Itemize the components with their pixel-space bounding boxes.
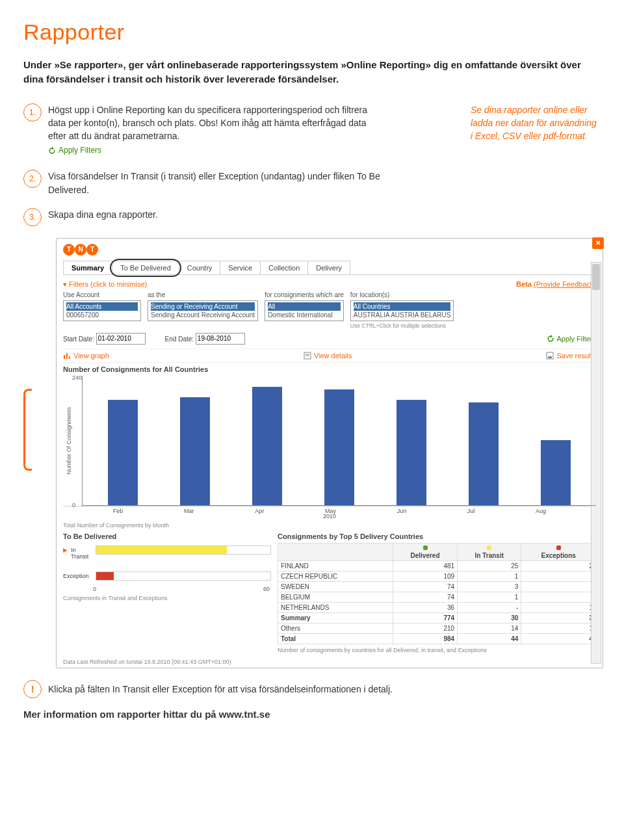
tab-bar: Summary To Be Delivered Country Service … bbox=[63, 261, 596, 275]
svg-rect-1 bbox=[66, 353, 68, 359]
warn-text: Klicka på fälten In Transit eller Except… bbox=[48, 684, 393, 694]
tab-to-be-delivered[interactable]: To Be Delivered bbox=[112, 261, 179, 274]
bar-chart-icon bbox=[63, 352, 71, 360]
svg-rect-0 bbox=[64, 355, 65, 359]
y-axis-label: Number Of Consignments bbox=[63, 407, 72, 475]
tab-delivery[interactable]: Delivery bbox=[307, 261, 350, 274]
beta-label: Beta bbox=[516, 280, 532, 288]
bar-Mar bbox=[180, 397, 210, 505]
top5-footer: Number of consignments by countries for … bbox=[278, 647, 596, 653]
intro-paragraph: Under »Se rapporter», ger vårt onlinebas… bbox=[23, 58, 595, 86]
close-button[interactable]: ✕ bbox=[592, 237, 604, 249]
top5-table: DeliveredIn TransitExceptions FINLAND481… bbox=[278, 543, 596, 644]
col-header: Delivered bbox=[393, 543, 457, 560]
for-cons-label: for consignments which are bbox=[265, 291, 344, 298]
type-listbox[interactable]: All Domestic International bbox=[265, 300, 344, 321]
filters-toggle[interactable]: ▾ Filters (click to minimise) bbox=[63, 280, 147, 289]
x-axis-label: 2010 bbox=[63, 513, 596, 519]
warn-badge: ! bbox=[23, 680, 42, 698]
save-icon bbox=[546, 352, 554, 360]
step-3-text: Skapa dina egna rapporter. bbox=[48, 208, 158, 221]
account-listbox[interactable]: All Accounts 000657200 bbox=[63, 300, 141, 321]
step-1-badge: 1. bbox=[23, 103, 42, 122]
table-row: SWEDEN743- bbox=[278, 581, 596, 592]
svg-rect-2 bbox=[69, 356, 70, 359]
chart-caption: Total Number of Consignments by Month bbox=[63, 522, 596, 529]
apply-filters-inline: Apply Filters bbox=[48, 145, 101, 156]
location-listbox[interactable]: All Countries AUSTRALIA AUSTRIA BELARUS bbox=[350, 300, 454, 321]
tab-country[interactable]: Country bbox=[179, 261, 221, 274]
use-account-label: Use Account bbox=[63, 291, 141, 298]
end-date-label: End Date: bbox=[165, 335, 194, 342]
table-row: BELGIUM741- bbox=[278, 592, 596, 602]
table-row: Others210141 bbox=[278, 623, 596, 633]
view-graph-link[interactable]: View graph bbox=[63, 352, 109, 360]
bar-Jul bbox=[469, 402, 499, 505]
chart-title: Number of Consignments for All Countries bbox=[63, 365, 596, 373]
app-window: ✕ TNT Summary To Be Delivered Country Se… bbox=[56, 238, 603, 668]
provide-feedback-link[interactable]: (Provide Feedback) bbox=[534, 280, 596, 288]
step-2-badge: 2. bbox=[23, 170, 42, 188]
svg-rect-7 bbox=[548, 356, 552, 358]
exception-bar[interactable]: Exception bbox=[63, 571, 271, 581]
tab-summary[interactable]: Summary bbox=[63, 261, 112, 274]
tnt-logo: TNT bbox=[63, 244, 596, 256]
for-loc-label: for location(s) bbox=[350, 291, 454, 298]
col-header: In Transit bbox=[458, 543, 521, 560]
col-header: Exceptions bbox=[521, 543, 596, 560]
table-row: Summary774303 bbox=[278, 612, 596, 623]
bar-Feb bbox=[108, 400, 138, 505]
page-title: Rapporter bbox=[23, 20, 601, 45]
start-date-label: Start Date: bbox=[63, 335, 94, 342]
tab-collection[interactable]: Collection bbox=[260, 261, 308, 274]
end-date-input[interactable] bbox=[196, 333, 245, 345]
table-row: Total984444 bbox=[278, 633, 596, 644]
tab-service[interactable]: Service bbox=[220, 261, 261, 274]
step-2-text: Visa försändelser In Transit (i transit)… bbox=[48, 170, 386, 196]
bar-chart: Number Of Consignments 240 0 bbox=[63, 376, 596, 506]
as-the-label: as the bbox=[148, 291, 258, 298]
table-row: NETHERLANDS36-1 bbox=[278, 602, 596, 612]
action-bar: View graph View details Save results bbox=[63, 348, 596, 363]
role-listbox[interactable]: Sending or Receiving Account Sending Acc… bbox=[148, 300, 258, 321]
table-row: CZECH REPUBLIC1091- bbox=[278, 571, 596, 581]
final-line: Mer information om rapporter hittar du p… bbox=[23, 709, 601, 720]
refreshed-footer: Data Last Refreshed on torstai 19.8.2010… bbox=[63, 659, 596, 665]
annotation-bracket bbox=[23, 389, 32, 471]
hbar-x-axis: 060 bbox=[93, 586, 270, 592]
apply-filters-button[interactable]: Apply Filters bbox=[547, 335, 596, 343]
ctrl-tip: Use CTRL+Click for multiple selections bbox=[350, 322, 454, 329]
bar-Aug bbox=[541, 440, 571, 505]
tbd-footer: Consignments in Transit and Exceptions bbox=[63, 595, 271, 601]
y-scale: 240 0 bbox=[72, 376, 82, 506]
view-details-link[interactable]: View details bbox=[304, 352, 352, 360]
start-date-input[interactable] bbox=[96, 333, 146, 345]
step-1-text: Högst upp i Online Reporting kan du spec… bbox=[48, 103, 386, 159]
step-3-badge: 3. bbox=[23, 208, 42, 226]
refresh-icon bbox=[48, 147, 56, 155]
filters-panel: Use Account All Accounts 000657200 as th… bbox=[63, 291, 596, 329]
refresh-icon bbox=[547, 335, 554, 343]
bar-May bbox=[324, 389, 354, 505]
in-transit-bar[interactable]: ▶In Transit bbox=[63, 545, 271, 555]
bar-Jun bbox=[396, 400, 426, 505]
tbd-title: To Be Delivered bbox=[63, 532, 271, 540]
page-icon bbox=[304, 352, 311, 360]
side-note: Se dina rapporter online eller ladda ner… bbox=[471, 103, 601, 143]
table-row: FINLAND481252 bbox=[278, 560, 596, 571]
bar-Apr bbox=[252, 387, 282, 505]
save-results-link[interactable]: Save results bbox=[546, 352, 596, 360]
top5-title: Consignments by Top 5 Delivery Countries bbox=[278, 532, 596, 540]
col-header bbox=[278, 543, 393, 560]
